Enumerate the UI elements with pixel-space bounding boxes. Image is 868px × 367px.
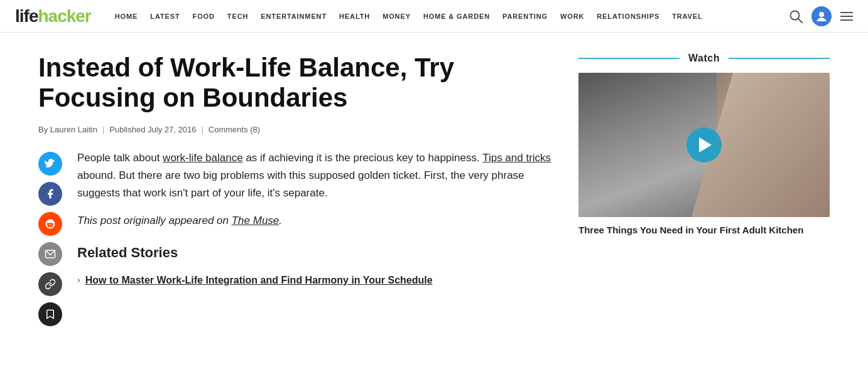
meta-sep2: | <box>201 125 203 134</box>
nav-item-parenting[interactable]: PARENTING <box>496 13 554 20</box>
original-post-note: This post originally appeared on The Mus… <box>77 212 553 230</box>
watch-header: Watch <box>578 53 830 64</box>
link-work-life-balance[interactable]: work-life balance <box>163 152 243 164</box>
link-tips-tricks[interactable]: Tips and tricks <box>482 152 551 164</box>
nav-item-entertainment[interactable]: ENTERTAINMENT <box>254 13 333 20</box>
share-email[interactable] <box>38 242 62 266</box>
share-reddit[interactable] <box>38 212 62 236</box>
page-wrapper: Instead of Work-Life Balance, Try Focusi… <box>13 33 855 326</box>
nav-item-home-garden[interactable]: HOME & GARDEN <box>417 13 496 20</box>
share-twitter[interactable] <box>38 152 62 176</box>
content-row: People talk about work-life balance as i… <box>38 149 553 326</box>
nav-item-travel[interactable]: TRAVEL <box>666 13 708 20</box>
svg-line-1 <box>798 19 802 23</box>
video-caption: Three Things You Need in Your First Adul… <box>578 223 830 237</box>
main-nav: HOMELATESTFOODTECHENTERTAINMENTHEALTHMON… <box>109 13 789 20</box>
article-published: Published July 27, 2016 <box>109 125 196 134</box>
share-facebook[interactable] <box>38 182 62 206</box>
chevron-icon: › <box>77 275 80 285</box>
watch-line-right <box>729 58 830 59</box>
svg-point-4 <box>49 224 50 225</box>
site-logo[interactable]: lifehacker <box>15 6 91 26</box>
nav-item-tech[interactable]: TECH <box>221 13 254 20</box>
user-avatar[interactable] <box>811 6 832 26</box>
hamburger-menu[interactable] <box>840 12 853 21</box>
logo-hacker: hacker <box>38 6 90 26</box>
article-paragraph-1: People talk about work-life balance as i… <box>77 149 553 202</box>
nav-item-relationships[interactable]: RELATIONSHIPS <box>590 13 666 20</box>
related-stories-list: ›How to Master Work-Life Integration and… <box>77 270 553 291</box>
logo-life: life <box>15 6 38 26</box>
article-title: Instead of Work-Life Balance, Try Focusi… <box>38 53 553 114</box>
link-the-muse[interactable]: The Muse <box>232 215 279 226</box>
article-meta: By Lauren Laitin | Published July 27, 20… <box>38 125 553 134</box>
nav-item-work[interactable]: WORK <box>554 13 590 20</box>
nav-item-food[interactable]: FOOD <box>187 13 221 20</box>
site-header: lifehacker HOMELATESTFOODTECHENTERTAINME… <box>0 0 868 33</box>
nav-item-money[interactable]: MONEY <box>376 13 417 20</box>
related-story-item: ›How to Master Work-Life Integration and… <box>77 270 553 291</box>
sidebar: Watch Three Things You Need in Your Firs… <box>578 33 830 326</box>
share-bookmark[interactable] <box>38 302 62 326</box>
watch-label: Watch <box>680 53 729 64</box>
related-stories-title: Related Stories <box>77 245 553 261</box>
article-body: People talk about work-life balance as i… <box>77 149 553 292</box>
meta-sep1: | <box>102 125 104 134</box>
nav-item-health[interactable]: HEALTH <box>333 13 376 20</box>
play-button[interactable] <box>686 127 722 162</box>
related-stories-section: Related Stories ›How to Master Work-Life… <box>77 245 553 291</box>
article-comments: Comments (8) <box>209 125 260 134</box>
svg-point-2 <box>819 12 824 17</box>
nav-item-latest[interactable]: LATEST <box>144 13 186 20</box>
nav-item-home[interactable]: HOME <box>109 13 144 20</box>
article-column: Instead of Work-Life Balance, Try Focusi… <box>38 33 553 326</box>
watch-section: Watch Three Things You Need in Your Firs… <box>578 53 830 237</box>
search-icon[interactable] <box>789 9 803 23</box>
watch-line-left <box>578 58 680 59</box>
related-story-link[interactable]: How to Master Work-Life Integration and … <box>85 274 433 287</box>
video-thumbnail[interactable] <box>578 73 830 217</box>
svg-point-6 <box>52 220 53 221</box>
video-overlay <box>578 73 830 217</box>
article-author: By Lauren Laitin <box>38 125 97 134</box>
share-link[interactable] <box>38 272 62 296</box>
header-icons <box>789 6 853 26</box>
svg-point-5 <box>51 224 52 225</box>
social-share-col <box>38 149 62 326</box>
